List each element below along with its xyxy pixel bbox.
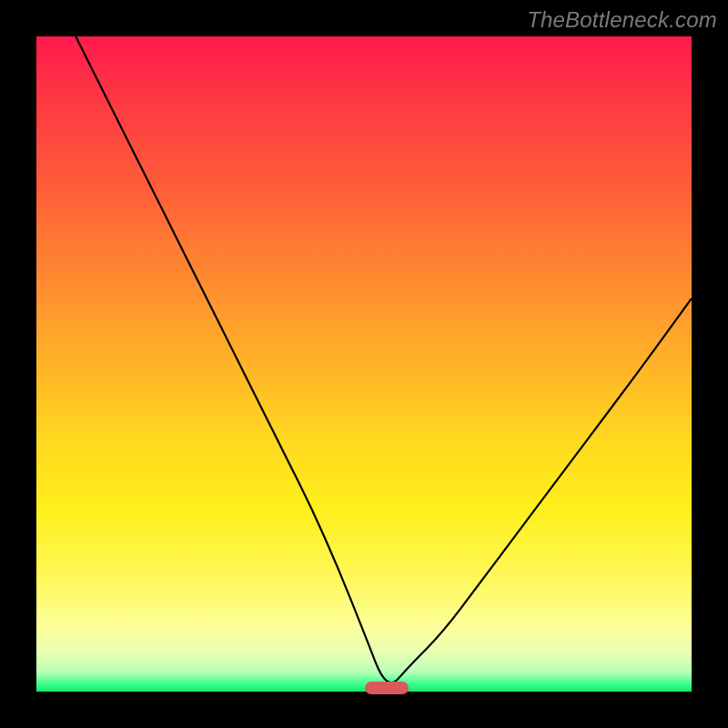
bottleneck-curve <box>76 36 692 682</box>
minimum-marker <box>365 682 409 694</box>
chart-frame: TheBottleneck.com <box>0 0 728 728</box>
curve-svg <box>36 36 692 692</box>
watermark-label: TheBottleneck.com <box>527 7 717 33</box>
plot-area <box>36 36 692 692</box>
